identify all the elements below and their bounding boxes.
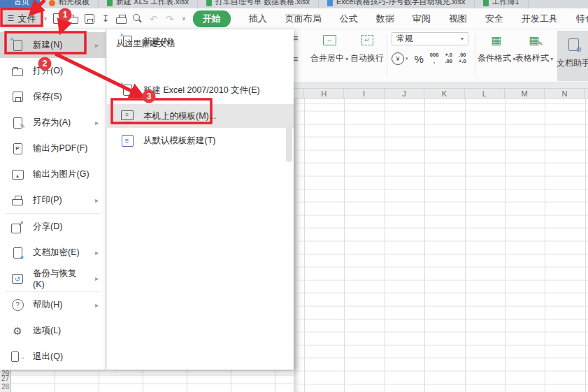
wrap-text-icon [359, 33, 375, 47]
chevron-down-icon: ▾ [461, 36, 464, 42]
alignment-icon[interactable]: ≡ [293, 34, 302, 43]
options-icon [11, 325, 24, 337]
file-menu-item[interactable]: 打印(P) [0, 187, 106, 213]
open-file-icon[interactable] [68, 13, 79, 24]
table-style-button[interactable]: 表格样式 [515, 33, 553, 64]
document-tab-bar: 首页 稻壳模板 新建 XLS 工作表.xlsx 打车自理号单 数据表格.xlsx… [0, 0, 588, 8]
file-menu-item[interactable]: 另存为(A) [0, 110, 106, 136]
new-file-icon [121, 35, 134, 48]
scrollbar-thumb[interactable] [286, 126, 292, 162]
file-menu-item[interactable]: 输出为PDF(F) [0, 136, 106, 161]
pdf-icon [11, 143, 24, 155]
file-menu-item[interactable]: 保存(S) [0, 84, 106, 110]
submenu-item[interactable]: 新建(N) [107, 29, 294, 53]
ribbon-tab[interactable]: 数据 [376, 13, 394, 25]
column-header[interactable]: J [385, 89, 424, 98]
ribbon-tab[interactable]: 公式 [340, 13, 358, 25]
row-header[interactable]: 29 [0, 370, 10, 377]
ribbon-tab[interactable]: 审阅 [413, 13, 431, 25]
column-header[interactable]: N [545, 89, 585, 98]
file-menu-item[interactable]: 退出(Q) [0, 344, 106, 370]
column-header[interactable]: M [505, 89, 545, 98]
document-tab[interactable]: 工作簿1 [475, 0, 529, 8]
sheet-icon-blue [327, 0, 333, 6]
file-menu-panel: 新建(N) 打开(O) 保存(S) [0, 29, 106, 370]
conditional-format-button[interactable]: 条件格式 [478, 33, 515, 64]
sheet-grid[interactable]: H I J K L M N [294, 89, 588, 392]
column-header[interactable]: L [465, 89, 505, 98]
ribbon-tab[interactable]: 插入 [249, 13, 267, 25]
increase-decimal-button[interactable]: +.0 .00 [445, 52, 452, 64]
alignment-icon[interactable]: ≡ [293, 55, 302, 64]
ribbon-tab-list: 开始 插入 页面布局 公式 数据 审阅 视图 安全 开发工具 特色应用 文档助手 [193, 10, 588, 27]
number-format-dropdown[interactable]: 常规 ▾ [392, 32, 468, 45]
table-style-icon [526, 33, 542, 47]
default-template-icon [121, 134, 134, 147]
wps-spreadsheet-window: 首页 稻壳模板 新建 XLS 工作表.xlsx 打车自理号单 数据表格.xlsx… [0, 0, 588, 392]
column-header[interactable]: I [344, 89, 384, 98]
save-icon [11, 91, 24, 103]
row-header[interactable]: 28 [0, 383, 10, 391]
column-header[interactable]: K [424, 89, 464, 98]
thousand-separator-button[interactable]: 000 , [430, 52, 439, 64]
document-tab[interactable]: 首页 [0, 0, 41, 8]
export-icon[interactable] [100, 13, 111, 24]
currency-format-button[interactable]: ▾ [392, 52, 408, 65]
chevron-down-icon: ▾ [406, 56, 408, 61]
column-header-partial[interactable] [294, 89, 304, 98]
new-document-icon[interactable] [52, 13, 63, 24]
sheet-icon [107, 0, 113, 6]
submenu-item[interactable]: 新建 Excel 2007/2010 文件(E) [107, 78, 294, 102]
doc-assistant-button[interactable]: 文档助手 [557, 31, 588, 81]
docer-icon [49, 0, 55, 6]
print-preview-icon[interactable] [132, 13, 143, 24]
decrease-decimal-button[interactable]: .00 +.0 [459, 52, 466, 64]
row-header-column: 27 28 29 [0, 370, 10, 392]
ribbon-tab[interactable]: 开始 [193, 10, 231, 27]
file-menu-button[interactable]: ☰ 文件 [2, 11, 41, 27]
save-file-icon[interactable] [84, 13, 95, 24]
sheet-cells[interactable] [294, 99, 588, 392]
file-menu-item[interactable]: 选项(L) [0, 318, 106, 344]
ribbon-tab[interactable]: 开发工具 [522, 13, 558, 25]
file-menu-item[interactable]: 文档加密(E) [0, 240, 106, 266]
open-folder-icon [11, 65, 24, 78]
ribbon-separator [387, 34, 387, 77]
sheet-icon [206, 0, 212, 6]
ribbon-tab[interactable]: 特色应用 [576, 13, 588, 25]
submenu-item[interactable]: 从默认模板新建(T) [107, 129, 294, 152]
file-menu-item[interactable]: 输出为图片(G) [0, 161, 106, 187]
ribbon-tab[interactable]: 视图 [449, 13, 467, 25]
undo-icon[interactable] [148, 13, 159, 24]
file-menu-item[interactable]: 帮助(H) [0, 292, 106, 318]
column-header[interactable]: H [304, 89, 344, 98]
submenu-item[interactable]: 本机上的模板(M)... [107, 104, 294, 128]
backup-icon [11, 273, 24, 285]
customize-quick-access-icon[interactable] [180, 13, 187, 24]
main-toolbar: ☰ 文件 ∨ [0, 8, 588, 29]
print-icon [11, 194, 24, 207]
doc-assistant-icon [566, 38, 581, 52]
image-icon [11, 168, 24, 181]
file-menu-item[interactable]: 新建(N) [0, 32, 106, 58]
sheet-grid-bottom[interactable]: 27 28 29 [0, 370, 294, 392]
ribbon-tab[interactable]: 页面布局 [285, 13, 322, 25]
hamburger-icon: ☰ [8, 14, 15, 23]
document-tab[interactable]: Excel表格技巧-序号数字自动填充.xlsx [319, 0, 475, 8]
redo-icon[interactable] [164, 13, 175, 24]
file-menu-item[interactable]: 备份与恢复(K) [0, 266, 106, 291]
document-tab[interactable]: 稻壳模板 [41, 0, 99, 8]
wrap-text-button[interactable]: 自动换行 [350, 33, 384, 64]
file-menu-item[interactable]: 分享(D) [0, 214, 106, 240]
save-as-icon [11, 117, 24, 129]
document-tab[interactable]: 打车自理号单 数据表格.xlsx [198, 0, 319, 8]
document-tab[interactable]: 新建 XLS 工作表.xlsx [99, 0, 198, 8]
ribbon-tab[interactable]: 安全 [485, 13, 503, 25]
print-icon[interactable] [116, 13, 127, 24]
file-menu-chevron-icon[interactable]: ∨ [43, 15, 48, 22]
merge-center-button[interactable]: 合并居中 [310, 33, 348, 64]
file-menu-item[interactable]: 打开(O) [0, 58, 106, 84]
conditional-format-icon [489, 33, 504, 47]
percent-format-button[interactable]: % [415, 53, 424, 65]
local-template-icon [121, 110, 134, 122]
